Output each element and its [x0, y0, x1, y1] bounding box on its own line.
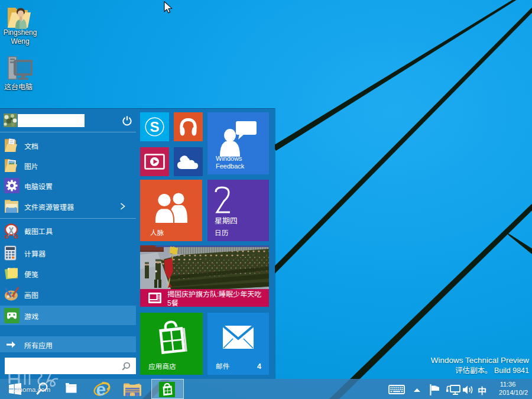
svg-text:S: S — [150, 119, 159, 135]
